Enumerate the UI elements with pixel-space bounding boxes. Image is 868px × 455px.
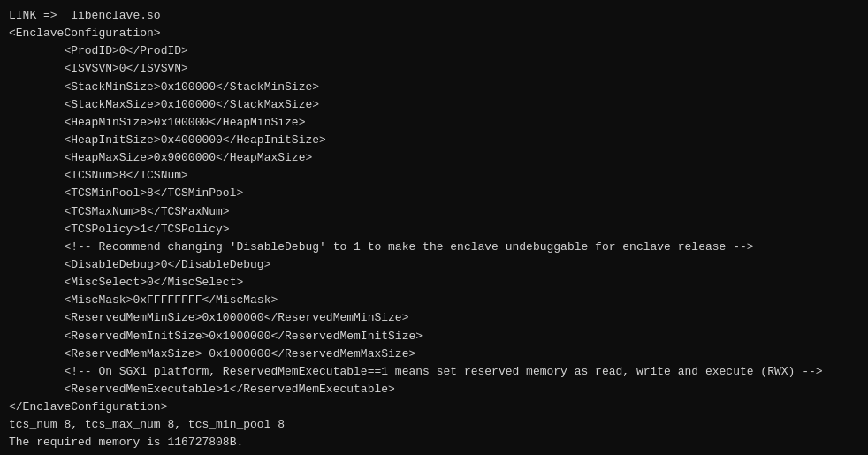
terminal-line-12: <TCSPolicy>1</TCSPolicy> xyxy=(9,221,859,239)
terminal-line-21: <ReservedMemExecutable>1</ReservedMemExe… xyxy=(9,381,859,398)
terminal-line-16: <MiscMask>0xFFFFFFFF</MiscMask> xyxy=(9,292,859,309)
terminal-line-13: <!-- Recommend changing 'DisableDebug' t… xyxy=(9,239,859,256)
terminal-line-23: tcs_num 8, tcs_max_num 8, tcs_min_pool 8 xyxy=(9,416,859,434)
terminal-line-0: LINK => libenclave.so xyxy=(9,7,859,25)
terminal-line-2: <ProdID>0</ProdID> xyxy=(9,42,859,60)
terminal-line-3: <ISVSVN>0</ISVSVN> xyxy=(9,60,859,78)
terminal-line-14: <DisableDebug>0</DisableDebug> xyxy=(9,256,859,274)
terminal-line-15: <MiscSelect>0</MiscSelect> xyxy=(9,274,859,292)
terminal-line-7: <HeapInitSize>0x4000000</HeapInitSize> xyxy=(9,132,859,149)
terminal-line-22: </EnclaveConfiguration> xyxy=(9,398,859,416)
terminal-line-17: <ReservedMemMinSize>0x1000000</ReservedM… xyxy=(9,309,859,327)
terminal-line-19: <ReservedMemMaxSize> 0x1000000</Reserved… xyxy=(9,345,859,363)
terminal-line-20: <!-- On SGX1 platform, ReservedMemExecut… xyxy=(9,363,859,381)
terminal-line-10: <TCSMinPool>8</TCSMinPool> xyxy=(9,185,859,202)
terminal-line-4: <StackMinSize>0x100000</StackMinSize> xyxy=(9,79,859,96)
terminal-line-11: <TCSMaxNum>8</TCSMaxNum> xyxy=(9,203,859,221)
terminal-line-1: <EnclaveConfiguration> xyxy=(9,25,859,42)
terminal-window: LINK => libenclave.so <EnclaveConfigurat… xyxy=(0,0,868,455)
terminal-line-5: <StackMaxSize>0x100000</StackMaxSize> xyxy=(9,96,859,114)
terminal-line-8: <HeapMaxSize>0x9000000</HeapMaxSize> xyxy=(9,149,859,167)
terminal-line-6: <HeapMinSize>0x100000</HeapMinSize> xyxy=(9,114,859,132)
terminal-line-24: The required memory is 116727808B. xyxy=(9,434,859,451)
terminal-line-9: <TCSNum>8</TCSNum> xyxy=(9,167,859,185)
terminal-line-25: The required memory is 0x6f52000, 113992… xyxy=(9,452,859,455)
terminal-line-18: <ReservedMemInitSize>0x1000000</Reserved… xyxy=(9,328,859,345)
